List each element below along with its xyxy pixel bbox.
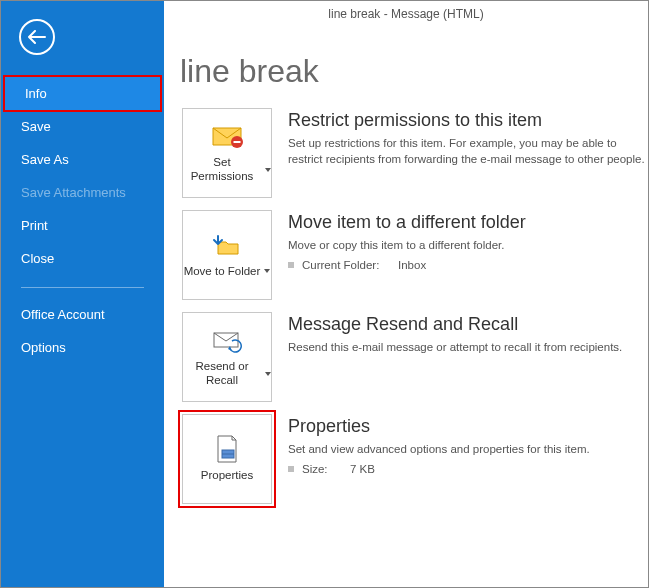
nav-save-as[interactable]: Save As (1, 143, 164, 176)
move-folder-value: Inbox (398, 259, 426, 271)
chevron-down-icon (265, 372, 271, 376)
envelope-restrict-icon (210, 122, 244, 150)
main-panel: line break - Message (HTML) line break (164, 1, 648, 587)
resend-desc: Resend this e-mail message or attempt to… (288, 339, 622, 355)
resend-title: Message Resend and Recall (288, 314, 622, 335)
backstage-sidebar: Info Save Save As Save Attachments Print… (1, 1, 164, 587)
highlight-info: Info (3, 75, 162, 112)
properties-size-value: 7 KB (350, 463, 375, 475)
back-button[interactable] (19, 19, 55, 55)
move-folder-label: Current Folder: (302, 259, 390, 271)
properties-size-label: Size: (302, 463, 342, 475)
section-resend: Resend or Recall Message Resend and Reca… (182, 312, 648, 402)
bullet-icon (288, 262, 294, 268)
tile-properties[interactable]: Properties (182, 414, 272, 504)
permissions-title: Restrict permissions to this item (288, 110, 648, 131)
chevron-down-icon (264, 269, 270, 273)
window-title: line break - Message (HTML) (164, 1, 648, 25)
move-folder-icon (210, 231, 244, 259)
bullet-icon (288, 466, 294, 472)
properties-title: Properties (288, 416, 590, 437)
page-title: line break (164, 25, 648, 108)
move-desc: Move or copy this item to a different fo… (288, 237, 526, 253)
section-properties: Properties Properties Set and view advan… (182, 414, 648, 504)
properties-icon (210, 435, 244, 463)
resend-recall-icon (210, 326, 244, 354)
section-move: Move to Folder Move item to a different … (182, 210, 648, 300)
nav-print[interactable]: Print (1, 209, 164, 242)
nav-save-attachments: Save Attachments (1, 176, 164, 209)
tile-resend-recall-label: Resend or Recall (183, 360, 261, 388)
tile-set-permissions[interactable]: Set Permissions (182, 108, 272, 198)
chevron-down-icon (265, 168, 271, 172)
nav-separator (21, 287, 144, 288)
nav-close[interactable]: Close (1, 242, 164, 275)
properties-desc: Set and view advanced options and proper… (288, 441, 590, 457)
info-sections: Set Permissions Restrict permissions to … (164, 108, 648, 504)
move-folder-row: Current Folder: Inbox (288, 259, 526, 271)
permissions-desc: Set up restrictions for this item. For e… (288, 135, 648, 167)
tile-resend-recall[interactable]: Resend or Recall (182, 312, 272, 402)
nav-info[interactable]: Info (5, 77, 160, 110)
tile-set-permissions-label: Set Permissions (183, 156, 261, 184)
nav-options[interactable]: Options (1, 331, 164, 364)
section-permissions: Set Permissions Restrict permissions to … (182, 108, 648, 198)
nav-save[interactable]: Save (1, 110, 164, 143)
svg-rect-2 (234, 141, 241, 143)
move-title: Move item to a different folder (288, 212, 526, 233)
nav-office-account[interactable]: Office Account (1, 298, 164, 331)
arrow-left-icon (28, 30, 46, 44)
tile-move-folder[interactable]: Move to Folder (182, 210, 272, 300)
tile-properties-label: Properties (201, 469, 253, 483)
tile-move-folder-label: Move to Folder (184, 265, 261, 279)
properties-size-row: Size: 7 KB (288, 463, 590, 475)
app-window: Info Save Save As Save Attachments Print… (0, 0, 649, 588)
